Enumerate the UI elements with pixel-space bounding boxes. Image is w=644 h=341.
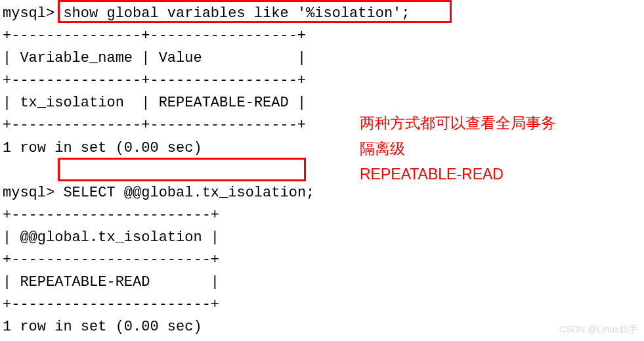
cell-repeatable-read: REPEATABLE-READ [20,274,150,290]
table-divider: +-----------------------+ [3,296,219,313]
table-divider: +-----------------------+ [3,252,219,268]
annotation-line-2: 隔离级 [360,136,556,162]
annotation-text: 两种方式都可以查看全局事务 隔离级 REPEATABLE-READ [360,110,556,187]
cell-value: REPEATABLE-READ [159,95,289,111]
header-global-tx-isolation: @@global.tx_isolation [20,229,202,246]
sql-command-1: show global variables like '%isolation'; [63,5,410,22]
table-divider: +---------------+-----------------+ [3,117,306,133]
annotation-line-1: 两种方式都可以查看全局事务 [360,110,556,136]
annotation-line-3: REPEATABLE-READ [360,162,556,187]
table-divider: +---------------+-----------------+ [3,28,306,44]
cell-variable-name: tx_isolation [20,95,123,111]
sql-command-2: SELECT @@global.tx_isolation; [63,185,314,201]
table-divider: +-----------------------+ [3,207,219,223]
header-value: Value [159,50,202,66]
result-summary-2: 1 row in set (0.00 sec) [3,319,202,335]
table-divider: +---------------+-----------------+ [3,72,306,89]
prompt: mysql> [3,185,54,201]
prompt: mysql> [3,5,54,22]
result-summary-1: 1 row in set (0.00 sec) [3,140,202,156]
header-variable-name: Variable_name [20,50,133,66]
